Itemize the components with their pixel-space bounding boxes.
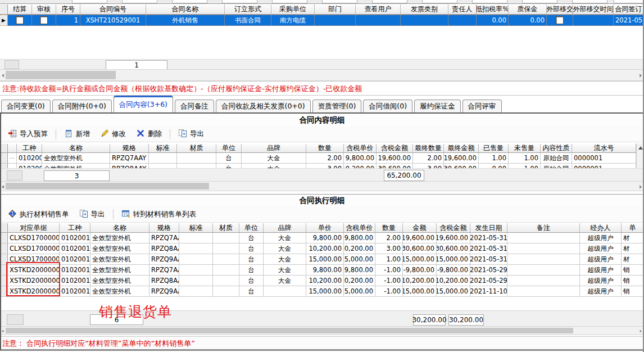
tab-4[interactable]: 合同备注 xyxy=(175,100,214,112)
column-header[interactable]: 最终金额 xyxy=(444,144,479,152)
table-row[interactable]: CLXSD1700000100102001017全效型室外机RPZQ7AAY台大… xyxy=(0,233,644,243)
scroll-right-icon[interactable]: › xyxy=(639,327,642,335)
scrollbar-thumb[interactable] xyxy=(6,328,573,333)
table-row[interactable]: XSTKD2000000020102001019全效型室外机RPZQ9AAY台1… xyxy=(0,286,644,297)
column-header[interactable]: 质保金 xyxy=(509,4,547,14)
exec-hscrollbar[interactable]: ‹ › xyxy=(0,326,644,335)
column-header[interactable]: 单位 xyxy=(239,223,264,232)
column-header[interactable]: 标准 xyxy=(149,144,177,152)
scroll-left-icon[interactable]: ‹ xyxy=(2,327,4,335)
contracts-hscrollbar[interactable]: ‹ › xyxy=(0,69,644,81)
exec-diamond-button[interactable]: 1执行材料销售单 xyxy=(3,207,74,222)
edit-button[interactable]: 修改 xyxy=(96,127,130,142)
tab-9[interactable]: 合同评审 xyxy=(462,100,502,112)
column-header[interactable]: 含税金额 xyxy=(377,144,413,152)
checkbox[interactable] xyxy=(556,16,564,24)
cell: 9,800.00 xyxy=(306,233,344,243)
column-header[interactable]: 规格 xyxy=(149,223,179,232)
table-row[interactable]: ⋯0102001017全效型室外机RPZQ7AAY (台大金2.009,800.… xyxy=(0,153,636,164)
column-header[interactable]: 材质 xyxy=(177,144,216,152)
cell: 材 xyxy=(622,243,644,254)
tab-5[interactable]: 合同收款及相关发票(0+0) xyxy=(216,100,311,112)
table-row[interactable]: CLXSD1700000100102001019全效型室外机RPZQ9AAY台大… xyxy=(0,254,644,265)
column-header[interactable]: 订立形式 xyxy=(225,4,271,14)
table-row[interactable]: XSTKD2000000030102001017全效型室外机RPZQ7AAY台大… xyxy=(0,265,644,276)
column-header[interactable]: 最终数量 xyxy=(413,144,444,152)
checkbox[interactable] xyxy=(40,16,48,24)
content-hscrollbar[interactable]: ‹ › xyxy=(0,181,644,191)
column-header[interactable]: 合同签订 xyxy=(614,4,644,14)
column-header[interactable]: 采购单位 xyxy=(271,4,315,14)
table-row[interactable]: CLXSD1700000100102001018全效型室外机RPZQ8AAY台大… xyxy=(0,243,644,254)
table-row[interactable]: ⋯0102001018全效型室外机RPZQ8AAY (台大金3.0010,200… xyxy=(0,164,636,168)
column-header[interactable]: 规格 xyxy=(110,144,149,152)
tab-1[interactable]: 合同变更(0) xyxy=(1,100,51,112)
goto-list-button[interactable]: 转到材料销售单列表 xyxy=(117,207,201,222)
tab-3[interactable]: 合同内容(3+6) xyxy=(114,96,173,112)
import-budget-icon xyxy=(8,129,17,139)
column-header[interactable]: 合同编号 xyxy=(80,4,146,14)
cell: 19,600.00 xyxy=(437,233,470,243)
tab-7[interactable]: 合同借阅(0) xyxy=(363,100,412,112)
column-header[interactable] xyxy=(8,144,17,152)
column-header[interactable]: 品牌 xyxy=(264,223,306,232)
column-header[interactable]: 部门 xyxy=(315,4,356,14)
delete-button[interactable]: 删除 xyxy=(131,127,166,142)
column-header[interactable]: 内容性质 xyxy=(541,144,572,152)
column-header[interactable]: 责任人 xyxy=(448,4,477,14)
column-header[interactable]: 工种 xyxy=(17,144,42,152)
cell: 9,800.00 xyxy=(344,153,377,164)
column-header[interactable]: 单位 xyxy=(216,144,242,152)
column-header[interactable]: 发票类别 xyxy=(401,4,448,14)
column-header[interactable]: 未售量 xyxy=(509,144,541,152)
column-header[interactable]: 查看用户 xyxy=(356,4,401,14)
import-budget-button[interactable]: 导入预算 xyxy=(3,127,52,142)
column-header[interactable]: 流水号 xyxy=(572,144,636,152)
column-header[interactable]: 单 xyxy=(622,223,644,232)
column-header[interactable]: 合同名称 xyxy=(146,4,225,14)
column-header[interactable]: 备注 xyxy=(507,223,580,232)
column-header[interactable]: 材质 xyxy=(213,223,239,232)
column-header[interactable]: 已售量 xyxy=(479,144,509,152)
column-header[interactable]: 外部移交 xyxy=(547,4,573,14)
column-header[interactable]: 标准 xyxy=(179,223,213,232)
tab-6[interactable]: 资质管理(0) xyxy=(312,100,362,112)
scrollbar-thumb[interactable] xyxy=(6,183,209,189)
table-row[interactable]: XSTKD2000000030102001018全效型室外机RPZQ8AAY台大… xyxy=(0,276,644,286)
tab-2[interactable]: 合同附件(0+0) xyxy=(52,100,112,112)
scrollbar-thumb[interactable] xyxy=(6,71,116,79)
column-header[interactable]: 发生日期 xyxy=(470,223,507,232)
column-header[interactable]: 含税单价 xyxy=(344,223,375,232)
column-header[interactable]: 名称 xyxy=(90,223,149,232)
column-header[interactable]: 数量 xyxy=(306,144,344,152)
tab-8[interactable]: 履约保证金 xyxy=(414,100,461,112)
column-header[interactable]: 抵扣税率% xyxy=(477,4,509,14)
column-header[interactable]: 含税单价 xyxy=(344,144,377,152)
column-header[interactable]: 审核 xyxy=(32,4,56,14)
column-header[interactable]: 经办人 xyxy=(580,223,622,232)
column-header[interactable]: 金额 xyxy=(403,223,437,232)
export-button[interactable]: 导出 xyxy=(174,127,208,142)
column-header[interactable]: 含税金额 xyxy=(437,223,470,232)
new-doc-button[interactable]: 新增 xyxy=(60,127,94,142)
scroll-left-icon[interactable]: ‹ xyxy=(2,182,4,191)
column-header[interactable]: 名称 xyxy=(42,144,110,152)
column-header[interactable]: 数量 xyxy=(375,223,403,232)
column-header[interactable]: 单价 xyxy=(306,223,344,232)
scroll-up-icon[interactable] xyxy=(638,146,643,150)
scroll-right-icon[interactable]: › xyxy=(639,182,642,191)
export-button[interactable]: 导出 xyxy=(75,207,110,222)
column-header[interactable]: 结算 xyxy=(8,4,32,14)
cut-off-control xyxy=(572,0,607,3)
scroll-right-icon[interactable]: › xyxy=(639,70,642,80)
cut-off-control xyxy=(122,0,157,3)
column-header[interactable]: 品牌 xyxy=(242,144,306,152)
scroll-left-icon[interactable]: ‹ xyxy=(2,70,4,80)
checkbox[interactable] xyxy=(16,16,24,24)
column-header[interactable]: 对应单据 xyxy=(8,223,60,232)
column-header[interactable]: 序号 xyxy=(56,4,80,14)
column-header[interactable]: 工种 xyxy=(60,223,90,232)
column-header[interactable]: 外部移交时间 xyxy=(573,4,614,14)
table-row[interactable]: ▶1XSHT210529001外机销售书面合同南方电缆0.000.002021-… xyxy=(0,15,644,26)
row-marker-header xyxy=(0,223,8,232)
